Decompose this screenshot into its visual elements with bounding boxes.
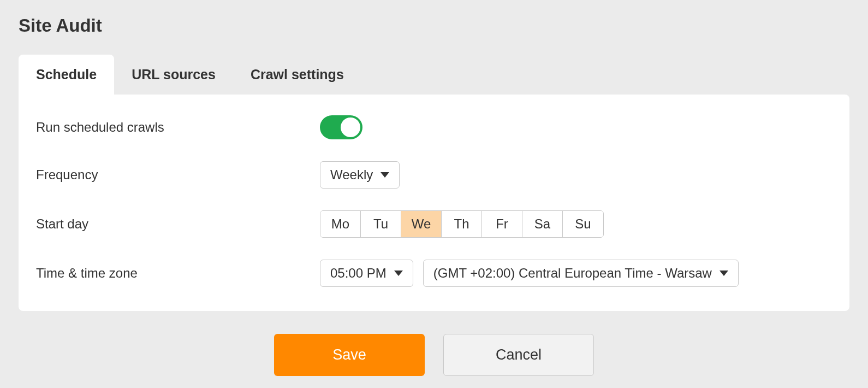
toggle-knob xyxy=(341,117,360,137)
run-crawls-label: Run scheduled crawls xyxy=(36,120,320,135)
day-sa[interactable]: Sa xyxy=(522,211,563,237)
startday-label: Start day xyxy=(36,216,320,232)
action-bar: Save Cancel xyxy=(19,334,849,376)
tabs: ScheduleURL sourcesCrawl settings xyxy=(19,55,849,95)
day-picker: MoTuWeThFrSaSu xyxy=(320,210,604,238)
time-select[interactable]: 05:00 PM xyxy=(320,260,413,287)
cancel-button[interactable]: Cancel xyxy=(443,334,594,376)
day-mo[interactable]: Mo xyxy=(320,211,361,237)
page-title: Site Audit xyxy=(19,15,849,36)
day-fr[interactable]: Fr xyxy=(482,211,522,237)
day-th[interactable]: Th xyxy=(442,211,482,237)
tab-schedule[interactable]: Schedule xyxy=(19,55,114,95)
tab-url-sources[interactable]: URL sources xyxy=(114,55,233,95)
day-we[interactable]: We xyxy=(401,211,442,237)
schedule-panel: Run scheduled crawls Frequency Weekly St… xyxy=(19,95,849,311)
frequency-value: Weekly xyxy=(330,167,373,183)
save-button[interactable]: Save xyxy=(274,334,425,376)
tab-crawl-settings[interactable]: Crawl settings xyxy=(233,55,361,95)
chevron-down-icon xyxy=(720,271,728,276)
chevron-down-icon xyxy=(394,271,403,276)
timezone-select[interactable]: (GMT +02:00) Central European Time - War… xyxy=(423,260,739,287)
day-tu[interactable]: Tu xyxy=(361,211,401,237)
time-label: Time & time zone xyxy=(36,266,320,281)
timezone-value: (GMT +02:00) Central European Time - War… xyxy=(433,266,712,281)
day-su[interactable]: Su xyxy=(563,211,603,237)
frequency-select[interactable]: Weekly xyxy=(320,161,400,189)
chevron-down-icon xyxy=(381,172,389,178)
frequency-label: Frequency xyxy=(36,167,320,183)
time-value: 05:00 PM xyxy=(330,266,387,281)
run-crawls-toggle[interactable] xyxy=(320,115,362,139)
